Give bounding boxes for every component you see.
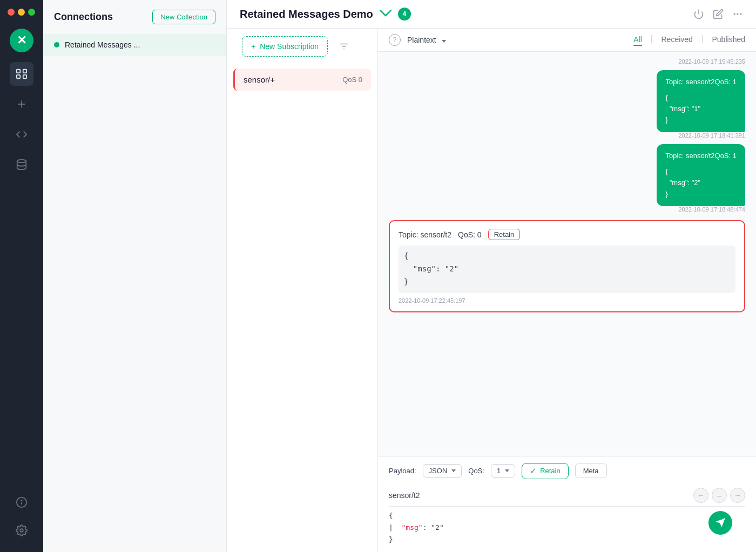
nav-arrows: ← – → bbox=[693, 488, 745, 503]
subscription-panel: + New Subscription sensor/+ QoS 0 bbox=[227, 29, 378, 552]
format-value: JSON bbox=[429, 467, 448, 475]
connection-badge: 4 bbox=[398, 8, 411, 21]
power-button[interactable] bbox=[693, 9, 704, 19]
message-bubble-2: Topic: sensor/t2 QoS: 1 { "msg": "2"} bbox=[657, 144, 745, 206]
prev-timestamp: 2022-10-09 17:15:45:235 bbox=[389, 58, 745, 65]
retain-badge: Retain bbox=[488, 229, 521, 240]
msg-body-2: { "msg": "2"} bbox=[665, 166, 737, 200]
svg-rect-0 bbox=[17, 70, 20, 73]
publish-toolbar: Payload: JSON QoS: 1 ✓ Retain Meta bbox=[389, 463, 745, 479]
page-title: Retained Messages Demo bbox=[240, 8, 373, 21]
traffic-lights bbox=[0, 9, 35, 16]
message-toolbar: ? Plaintext All | Received | Published bbox=[378, 29, 756, 52]
msg-timestamp-2: 2022-10-09 17:18:48:474 bbox=[678, 206, 745, 213]
topic-input[interactable] bbox=[389, 491, 693, 500]
msg-qos-2: QoS: 1 bbox=[715, 151, 737, 162]
nav-prev-button[interactable]: – bbox=[712, 488, 727, 503]
nav-data[interactable] bbox=[10, 153, 33, 176]
messages-list: 2022-10-09 17:15:45:235 Topic: sensor/t2… bbox=[378, 52, 756, 456]
publish-bottom: ← – → { | "msg": "2" } bbox=[389, 485, 745, 546]
highlighted-topic: Topic: sensor/t2 bbox=[399, 230, 451, 239]
svg-point-12 bbox=[734, 13, 735, 15]
payload-editor[interactable]: { | "msg": "2" } bbox=[389, 510, 745, 546]
main-area: Retained Messages Demo 4 bbox=[227, 0, 756, 552]
nav-add[interactable] bbox=[10, 92, 33, 116]
qos-label: QoS: bbox=[468, 467, 484, 475]
filter-tabs: All | Received | Published bbox=[633, 34, 745, 46]
message-group-2: Topic: sensor/t2 QoS: 1 { "msg": "2"} 20… bbox=[389, 144, 745, 214]
new-subscription-button[interactable]: + New Subscription bbox=[242, 36, 328, 57]
format-select[interactable]: Plaintext bbox=[407, 36, 446, 44]
new-collection-button[interactable]: New Collection bbox=[152, 10, 215, 24]
nav-back-button[interactable]: ← bbox=[693, 488, 708, 503]
highlighted-qos: QoS: 0 bbox=[458, 230, 482, 239]
help-icon[interactable]: ? bbox=[389, 34, 401, 46]
payload-key: "msg" bbox=[401, 523, 422, 531]
svg-point-13 bbox=[737, 13, 738, 15]
svg-point-6 bbox=[17, 160, 26, 163]
tab-received[interactable]: Received bbox=[661, 34, 692, 46]
nav-info[interactable] bbox=[10, 490, 33, 514]
sidebar-bottom bbox=[10, 489, 33, 543]
msg-topic-1: Topic: sensor/t2 bbox=[665, 77, 714, 88]
format-label: Plaintext bbox=[407, 36, 436, 44]
nav-next-button[interactable]: → bbox=[730, 488, 745, 503]
qos-select-btn[interactable]: 1 bbox=[491, 464, 515, 478]
subscription-qos: QoS 0 bbox=[342, 76, 362, 84]
msg-timestamp-1: 2022-10-09 17:18:41:391 bbox=[678, 132, 745, 139]
edit-button[interactable] bbox=[713, 9, 724, 19]
meta-button[interactable]: Meta bbox=[575, 464, 607, 478]
connection-name: Retained Messages ... bbox=[65, 40, 140, 49]
retain-check-icon: ✓ bbox=[530, 466, 537, 476]
message-group-1: Topic: sensor/t2 QoS: 1 { "msg": "1"} 20… bbox=[389, 70, 745, 140]
subscription-item[interactable]: sensor/+ QoS 0 bbox=[233, 69, 371, 91]
subscription-topic: sensor/+ bbox=[244, 75, 275, 84]
minimize-light[interactable] bbox=[18, 9, 25, 16]
msg-header-1: Topic: sensor/t2 QoS: 1 bbox=[665, 77, 737, 88]
dropdown-icon[interactable] bbox=[380, 9, 392, 20]
connection-status-dot bbox=[54, 42, 59, 47]
nav-connections[interactable] bbox=[10, 62, 33, 86]
msg-header-2: Topic: sensor/t2 QoS: 1 bbox=[665, 151, 737, 162]
more-button[interactable] bbox=[732, 9, 743, 19]
subscription-header-row: + New Subscription bbox=[227, 29, 377, 64]
nav-code[interactable] bbox=[10, 122, 33, 146]
connection-item-retained[interactable]: Retained Messages ... bbox=[43, 34, 226, 56]
retain-toggle-button[interactable]: ✓ Retain bbox=[522, 463, 569, 479]
nav-settings[interactable] bbox=[10, 519, 33, 542]
format-chevron-icon bbox=[451, 469, 456, 472]
top-bar-actions bbox=[693, 9, 743, 19]
message-panel: ? Plaintext All | Received | Published 2… bbox=[378, 29, 756, 552]
topic-row: ← – → bbox=[389, 485, 745, 507]
tab-all[interactable]: All bbox=[633, 34, 642, 46]
send-button[interactable] bbox=[708, 511, 732, 535]
highlighted-message: Topic: sensor/t2 QoS: 0 Retain { "msg": … bbox=[389, 220, 745, 312]
app-logo: ✕ bbox=[10, 29, 33, 52]
tab-published[interactable]: Published bbox=[712, 34, 746, 46]
svg-point-10 bbox=[20, 529, 23, 532]
new-subscription-label: New Subscription bbox=[260, 42, 319, 51]
qos-chevron-icon bbox=[505, 469, 509, 472]
retain-label: Retain bbox=[540, 467, 561, 475]
maximize-light[interactable] bbox=[28, 9, 35, 16]
payload-label: Payload: bbox=[389, 467, 416, 475]
connections-header: Connections New Collection bbox=[43, 0, 226, 34]
msg-body-1: { "msg": "1"} bbox=[665, 92, 737, 126]
connections-title: Connections bbox=[54, 11, 113, 23]
sidebar: ✕ bbox=[0, 0, 43, 552]
svg-point-14 bbox=[740, 13, 741, 15]
msg-topic-2: Topic: sensor/t2 bbox=[665, 151, 714, 162]
close-light[interactable] bbox=[8, 9, 15, 16]
content-area: + New Subscription sensor/+ QoS 0 ? bbox=[227, 29, 756, 552]
filter-button[interactable] bbox=[335, 38, 353, 55]
format-select-btn[interactable]: JSON bbox=[423, 464, 462, 478]
svg-rect-3 bbox=[23, 75, 26, 78]
chevron-down-icon bbox=[440, 36, 446, 44]
highlighted-msg-body: { "msg": "2" } bbox=[399, 246, 735, 292]
plus-icon: + bbox=[251, 42, 255, 51]
svg-rect-1 bbox=[23, 70, 26, 73]
highlighted-msg-timestamp: 2022-10-09 17:22:45:197 bbox=[399, 297, 735, 304]
connections-panel: Connections New Collection Retained Mess… bbox=[43, 0, 227, 552]
msg-qos-1: QoS: 1 bbox=[715, 77, 737, 88]
top-bar: Retained Messages Demo 4 bbox=[227, 0, 756, 29]
